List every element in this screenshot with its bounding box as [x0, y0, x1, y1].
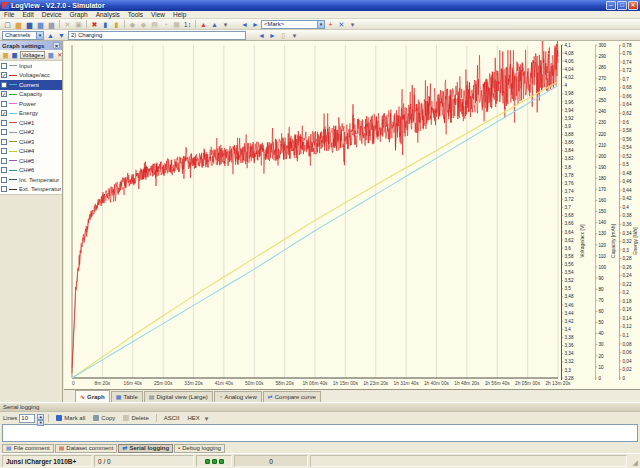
- minimize-button[interactable]: ─: [606, 1, 616, 10]
- save-graph-icon[interactable]: ▆: [10, 51, 19, 60]
- channel-checkbox[interactable]: [1, 148, 7, 154]
- prev-dataset-icon[interactable]: ◄: [256, 30, 267, 40]
- channel-checkbox[interactable]: ✓: [1, 91, 7, 97]
- channel-row-ch-6[interactable]: CH#6: [0, 166, 62, 176]
- channel-row-ch-4[interactable]: CH#4: [0, 147, 62, 157]
- print-icon[interactable]: ▆: [46, 19, 57, 29]
- export-graph-icon[interactable]: ▆: [46, 51, 55, 60]
- tab-file-comment[interactable]: ▤File comment: [2, 444, 54, 453]
- channels-combo[interactable]: Channels ▾: [2, 31, 44, 40]
- toolbar-overflow-icon[interactable]: ▾: [220, 19, 231, 29]
- menu-edit[interactable]: Edit: [18, 11, 37, 19]
- menu-graph[interactable]: Graph: [66, 11, 92, 19]
- device-connect-icon[interactable]: ▮: [100, 19, 111, 29]
- serial-log-output[interactable]: [2, 424, 638, 442]
- copy-button[interactable]: Copy: [90, 413, 118, 423]
- analog-view-icon[interactable]: ◔: [160, 19, 171, 29]
- channel-row-ch-1[interactable]: CH#1: [0, 118, 62, 128]
- menu-view[interactable]: View: [147, 11, 169, 19]
- logging-overflow-icon[interactable]: ▾: [205, 415, 209, 422]
- ascii-toggle[interactable]: ASCII: [161, 413, 183, 423]
- close-button[interactable]: ✕: [628, 1, 638, 10]
- save-icon[interactable]: ▆: [24, 19, 35, 29]
- channel-row-ext-temperatur[interactable]: Ext. Temperatur: [0, 185, 62, 195]
- device-disconnect-icon[interactable]: ✖: [89, 19, 100, 29]
- next-channel-icon[interactable]: ▼: [56, 30, 67, 40]
- channel-checkbox[interactable]: [1, 177, 7, 183]
- lines-stepper[interactable]: ▲▼: [37, 414, 44, 423]
- dataset-overflow-icon[interactable]: ▾: [289, 30, 300, 40]
- open-graph-icon[interactable]: ▆: [1, 51, 10, 60]
- channel-row-voltage-acc[interactable]: ✓Voltage/acc: [0, 71, 62, 81]
- tab-analog-view[interactable]: ◔Analog view: [214, 391, 262, 402]
- channel-row-current[interactable]: Current: [0, 80, 62, 90]
- menu-file[interactable]: File: [0, 11, 18, 19]
- channel-row-ch-5[interactable]: CH#5: [0, 156, 62, 166]
- statistics-icon[interactable]: ▲: [198, 19, 209, 29]
- close-icon[interactable]: ✕: [53, 42, 60, 49]
- delete-dataset-icon[interactable]: ▯: [278, 30, 289, 40]
- channel-checkbox[interactable]: [1, 120, 7, 126]
- copy-icon[interactable]: ▣: [73, 19, 84, 29]
- open-folder-icon[interactable]: ▆: [13, 19, 24, 29]
- marker-icon[interactable]: ◆: [138, 19, 149, 29]
- mark-options-icon[interactable]: ▾: [347, 19, 358, 29]
- table-view-icon[interactable]: ▦: [171, 19, 182, 29]
- save-all-icon[interactable]: ▆: [35, 19, 46, 29]
- maximize-button[interactable]: □: [617, 1, 627, 10]
- menu-analysis[interactable]: Analysis: [92, 11, 124, 19]
- cut-icon[interactable]: ✕: [62, 19, 73, 29]
- channel-checkbox[interactable]: [1, 101, 7, 107]
- new-file-icon[interactable]: ▢: [2, 19, 13, 29]
- prev-channel-icon[interactable]: ▲: [45, 30, 56, 40]
- channel-checkbox[interactable]: [1, 129, 7, 135]
- tab-serial-logging[interactable]: ⇄Serial logging: [118, 444, 173, 453]
- device-settings-icon[interactable]: ▮: [111, 19, 122, 29]
- cursor-icon[interactable]: ◆: [127, 19, 138, 29]
- channel-checkbox[interactable]: [1, 158, 7, 164]
- channel-checkbox[interactable]: [1, 82, 7, 88]
- menu-device[interactable]: Device: [38, 11, 66, 19]
- mark-all-button[interactable]: Mark all: [53, 413, 88, 423]
- mark-combo[interactable]: <Mark> ▾: [261, 20, 325, 29]
- next-mark-icon[interactable]: ►: [250, 19, 261, 29]
- next-dataset-icon[interactable]: ►: [267, 30, 278, 40]
- hex-toggle[interactable]: HEX: [184, 413, 202, 423]
- add-mark-icon[interactable]: +: [325, 19, 336, 29]
- channel-checkbox[interactable]: [1, 167, 7, 173]
- channel-checkbox[interactable]: [1, 139, 7, 145]
- lines-input[interactable]: [19, 414, 35, 423]
- title-bar[interactable]: LogView - V2.7.0 - Simulator ─ □ ✕: [0, 0, 640, 11]
- digital-view-icon[interactable]: ▤: [149, 19, 160, 29]
- channel-row-capacity[interactable]: ✓Capacity: [0, 90, 62, 100]
- channel-row-int-temperatur[interactable]: Int. Temperatur: [0, 175, 62, 185]
- charging-chart[interactable]: 08m 20s16m 40s25m 00s33m 20s41m 40s50m 0…: [64, 41, 640, 389]
- delete-mark-icon[interactable]: ✕: [336, 19, 347, 29]
- tab-digital-view-large[interactable]: ▤Digital view (Large): [144, 391, 213, 402]
- channel-row-power[interactable]: Power: [0, 99, 62, 109]
- spin-down-icon[interactable]: ▼: [37, 420, 44, 426]
- chevron-down-icon[interactable]: ▾: [317, 21, 324, 28]
- resize-grip-icon[interactable]: ◢: [629, 455, 638, 467]
- channel-row-ch-2[interactable]: CH#2: [0, 128, 62, 138]
- dataset-name-input[interactable]: [68, 31, 246, 40]
- channel-row-ch-3[interactable]: CH#3: [0, 137, 62, 147]
- channel-checkbox[interactable]: ✓: [1, 72, 7, 78]
- channel-checkbox[interactable]: [1, 63, 7, 69]
- tab-table[interactable]: ▦Table: [111, 391, 143, 402]
- menu-tools[interactable]: Tools: [124, 11, 147, 19]
- prev-mark-icon[interactable]: ◄: [239, 19, 250, 29]
- tab-compare-curve[interactable]: ⇄Compare curve: [263, 391, 321, 402]
- scale-selector-combo[interactable]: Voltage ▾: [20, 51, 45, 59]
- tab-graph[interactable]: ∿Graph: [75, 390, 110, 402]
- tab-dataset-comment[interactable]: ▤Dataset comment: [55, 444, 118, 453]
- channel-row-energy[interactable]: ✓Energy: [0, 109, 62, 119]
- delete-button[interactable]: Delete: [120, 413, 151, 423]
- tab-debug-logging[interactable]: ▪Debug logging: [174, 444, 225, 453]
- channel-row-input[interactable]: Input: [0, 61, 62, 71]
- channel-checkbox[interactable]: [1, 186, 7, 192]
- analysis-icon[interactable]: ▲: [209, 19, 220, 29]
- channel-checkbox[interactable]: ✓: [1, 110, 7, 116]
- menu-help[interactable]: Help: [169, 11, 190, 19]
- values-count-icon[interactable]: 1↕: [182, 19, 193, 29]
